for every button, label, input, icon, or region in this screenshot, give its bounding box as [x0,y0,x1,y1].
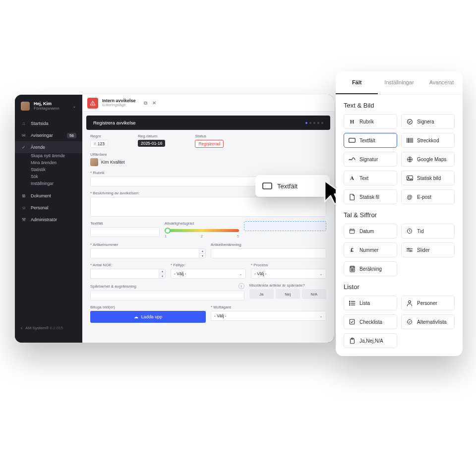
nav-admin[interactable]: ⚒ Administratör [15,214,82,226]
subnav-item[interactable]: Mina ärenden [31,160,82,165]
topbar: Intern avvikelse Editeringsläge ⧉ ✕ [82,95,334,112]
field-panel: Fält Inställningar Avancerat Text & Bild… [336,71,463,356]
field-type-textfält[interactable]: Textfält [344,133,397,148]
section-header: Registrera avvikelse [86,116,330,130]
warning-icon [87,98,98,109]
step-dots [305,122,323,124]
svg-point-29 [352,270,352,271]
document-icon: 🗎 [21,193,27,199]
seg-ja[interactable]: Ja [249,289,274,299]
antal-input[interactable]: ▴▾ [90,269,166,279]
nav-notifications[interactable]: ✉ Aviseringar 56 [15,129,82,141]
avatar [90,158,98,166]
field-type-alternativlista[interactable]: Alternativlista [401,314,455,329]
A-icon: A [349,175,356,181]
status-label: Status [195,134,224,138]
panel-tabs: Fält Inställningar Avancerat [336,71,463,95]
svg-point-30 [353,270,353,271]
field-type-signera[interactable]: Signera [401,114,455,129]
field-type-google-maps[interactable]: Google Maps [401,152,455,167]
svg-rect-2 [263,183,272,189]
field-type-datum[interactable]: Datum [344,224,397,238]
section-title: Text & Bild [344,102,455,109]
chevron-left-icon[interactable]: ‹ [21,325,22,331]
regdate-value: 2025-01-16 [138,140,165,147]
antal-label: Antal NOK: [90,263,166,267]
nav-document[interactable]: 🗎 Dokument [15,190,82,202]
nav-case[interactable]: ✓ Ärende [15,141,82,153]
process-label: Process [251,263,326,267]
nav-start[interactable]: ⌂ Startsida [15,118,82,129]
svg-rect-24 [351,266,354,268]
user-menu[interactable]: Hej, Kim Företagsnamn ⌄ [15,102,82,118]
cal-icon [349,228,356,235]
version-footer: ‹ AM System® 6.2.015 [15,320,82,336]
upload-button[interactable]: ☁ Ladda upp [90,311,206,323]
feltyp-select[interactable]: - Välj -⌄ [171,269,246,279]
feltyp-label: Feltyp: [171,263,246,267]
process-select[interactable]: - Välj -⌄ [251,269,326,279]
beskrivning-textarea[interactable] [90,197,326,217]
field-type-lista[interactable]: Lista [344,296,397,310]
subnav-item[interactable]: Statistik [31,167,82,172]
nav-personal[interactable]: ☺ Personal [15,202,82,214]
artikelben-label: Artikelbenämning [211,242,326,247]
map-icon [406,156,413,163]
recipient-select[interactable]: - Välj -⌄ [211,311,326,321]
tab-advanced[interactable]: Avancerat [420,71,463,94]
list-icon [349,299,356,306]
subnav-item[interactable]: Inställningar [31,181,82,186]
tab-settings[interactable]: Inställningar [378,71,420,94]
field-type-statisk-bild[interactable]: Statisk bild [401,171,455,185]
trace-label: Spårbarhet & avgränsningi [90,283,244,289]
field-type-checklista[interactable]: Checklista [344,314,397,329]
field-type-streckkod[interactable]: Streckkod [401,133,455,148]
drop-target[interactable] [244,221,326,231]
toolbox-icon: ⚒ [21,217,27,223]
field-type-beräkning[interactable]: Beräkning [344,261,397,276]
field-type-nummer[interactable]: £Nummer [344,242,397,257]
copy-icon[interactable]: ⧉ [144,100,147,106]
image-icon [406,175,413,181]
field-type-statisk-fil[interactable]: Statisk fil [344,189,397,204]
field-type-tid[interactable]: Tid [401,224,455,238]
chevron-down-icon: ⌄ [319,272,323,276]
svg-point-36 [349,304,350,305]
artikelnr-input[interactable]: ▴▾ [90,248,206,258]
drag-chip-textfield[interactable]: Textfält [255,175,330,197]
trace-input[interactable] [90,291,244,300]
seg-na[interactable]: N/A [302,289,326,299]
artikelben-input[interactable] [211,248,326,258]
field-type-signatur[interactable]: Signatur [344,152,397,167]
chevron-down-icon: ⌄ [72,104,76,109]
svg-point-37 [409,300,411,303]
step-down-icon: ▾ [199,254,205,258]
seg-nej[interactable]: Nej [276,289,300,299]
close-icon[interactable]: ✕ [152,100,156,106]
check-icon: ✓ [21,144,27,150]
field-type-e-post[interactable]: @E-post [401,189,455,204]
textfalt-input[interactable] [90,227,160,237]
field-type-personer[interactable]: Personer [401,296,455,310]
svg-point-22 [410,250,412,252]
field-type-text[interactable]: AText [344,171,397,185]
field-type-slider[interactable]: Slider [401,242,455,257]
svg-rect-4 [349,138,356,142]
tab-fields[interactable]: Fält [336,71,378,94]
regnr-label: Regnr [90,134,108,138]
field-type-rubrik[interactable]: HRubrik [344,114,397,129]
rubrik-label: Rubrik [90,171,326,175]
company-name: Företagsnamn [34,106,60,111]
subnav-item[interactable]: Sök [31,174,82,179]
subnav-item[interactable]: Skapa nytt ärende [31,153,82,158]
info-icon[interactable]: i [238,283,244,289]
textfalt-label: Textfält [90,221,160,226]
severity-slider[interactable] [165,229,239,232]
field-type-ja,nej,n/a[interactable]: Ja,Nej,N/A [344,333,397,348]
issuer-label: Utfärdare [90,152,326,157]
H-icon: H [349,118,356,125]
attach-label: Bifoga bild(er) [90,305,206,309]
section-title: Tal & Siffror [344,211,455,219]
regdate-label: Reg.datum [138,134,165,138]
check-icon [349,318,356,325]
